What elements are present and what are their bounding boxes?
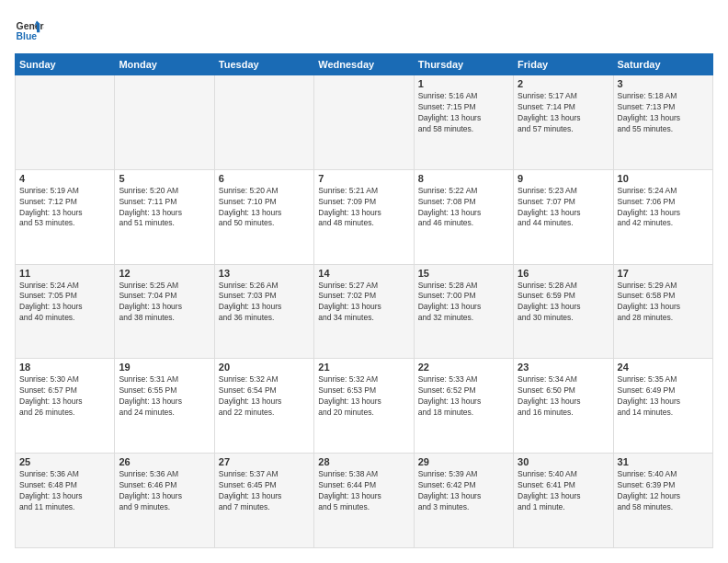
calendar-cell: 30Sunrise: 5:40 AM Sunset: 6:41 PM Dayli… [514, 454, 613, 548]
day-info: Sunrise: 5:16 AM Sunset: 7:15 PM Dayligh… [418, 91, 509, 135]
day-number: 9 [518, 173, 609, 184]
day-info: Sunrise: 5:40 AM Sunset: 6:39 PM Dayligh… [618, 469, 709, 513]
day-number: 19 [119, 362, 210, 373]
day-info: Sunrise: 5:20 AM Sunset: 7:10 PM Dayligh… [219, 186, 310, 230]
day-info: Sunrise: 5:29 AM Sunset: 6:58 PM Dayligh… [618, 281, 709, 325]
day-info: Sunrise: 5:36 AM Sunset: 6:48 PM Dayligh… [19, 469, 110, 513]
calendar-cell: 2Sunrise: 5:17 AM Sunset: 7:14 PM Daylig… [514, 75, 613, 170]
calendar-cell: 20Sunrise: 5:32 AM Sunset: 6:54 PM Dayli… [214, 359, 313, 454]
day-number: 17 [618, 268, 709, 279]
day-info: Sunrise: 5:21 AM Sunset: 7:09 PM Dayligh… [318, 186, 409, 230]
calendar-cell: 3Sunrise: 5:18 AM Sunset: 7:13 PM Daylig… [613, 75, 712, 170]
day-info: Sunrise: 5:28 AM Sunset: 7:00 PM Dayligh… [418, 281, 509, 325]
day-info: Sunrise: 5:17 AM Sunset: 7:14 PM Dayligh… [518, 91, 609, 135]
day-number: 20 [219, 362, 310, 373]
calendar-cell: 31Sunrise: 5:40 AM Sunset: 6:39 PM Dayli… [613, 454, 712, 548]
logo: General Blue [15, 15, 44, 44]
day-info: Sunrise: 5:35 AM Sunset: 6:49 PM Dayligh… [618, 374, 709, 419]
calendar-week-row: 11Sunrise: 5:24 AM Sunset: 7:05 PM Dayli… [16, 264, 713, 359]
calendar-cell: 5Sunrise: 5:20 AM Sunset: 7:11 PM Daylig… [115, 169, 214, 264]
day-info: Sunrise: 5:37 AM Sunset: 6:45 PM Dayligh… [219, 469, 310, 513]
calendar-cell: 27Sunrise: 5:37 AM Sunset: 6:45 PM Dayli… [214, 454, 313, 548]
calendar-body: 1Sunrise: 5:16 AM Sunset: 7:15 PM Daylig… [16, 75, 713, 548]
day-number: 22 [418, 362, 509, 373]
day-number: 25 [19, 456, 110, 467]
day-number: 14 [318, 268, 409, 279]
calendar-cell: 8Sunrise: 5:22 AM Sunset: 7:08 PM Daylig… [414, 169, 513, 264]
calendar-cell: 25Sunrise: 5:36 AM Sunset: 6:48 PM Dayli… [16, 454, 115, 548]
day-info: Sunrise: 5:32 AM Sunset: 6:53 PM Dayligh… [318, 374, 409, 419]
day-info: Sunrise: 5:31 AM Sunset: 6:55 PM Dayligh… [119, 374, 210, 419]
calendar-cell: 17Sunrise: 5:29 AM Sunset: 6:58 PM Dayli… [613, 264, 712, 359]
day-info: Sunrise: 5:24 AM Sunset: 7:05 PM Dayligh… [19, 281, 110, 325]
day-info: Sunrise: 5:23 AM Sunset: 7:07 PM Dayligh… [518, 186, 609, 230]
calendar-cell [115, 75, 214, 170]
day-info: Sunrise: 5:38 AM Sunset: 6:44 PM Dayligh… [318, 469, 409, 513]
day-info: Sunrise: 5:30 AM Sunset: 6:57 PM Dayligh… [19, 374, 110, 419]
calendar-cell: 9Sunrise: 5:23 AM Sunset: 7:07 PM Daylig… [514, 169, 613, 264]
day-number: 2 [518, 78, 609, 89]
calendar-week-row: 1Sunrise: 5:16 AM Sunset: 7:15 PM Daylig… [16, 75, 713, 170]
day-number: 26 [119, 456, 210, 467]
day-number: 13 [219, 268, 310, 279]
calendar-cell: 19Sunrise: 5:31 AM Sunset: 6:55 PM Dayli… [115, 359, 214, 454]
calendar-cell: 13Sunrise: 5:26 AM Sunset: 7:03 PM Dayli… [214, 264, 313, 359]
day-number: 11 [19, 268, 110, 279]
day-number: 15 [418, 268, 509, 279]
day-number: 10 [618, 173, 709, 184]
day-number: 5 [119, 173, 210, 184]
day-number: 12 [119, 268, 210, 279]
calendar-cell [214, 75, 313, 170]
day-number: 24 [618, 362, 709, 373]
calendar-cell: 22Sunrise: 5:33 AM Sunset: 6:52 PM Dayli… [414, 359, 513, 454]
day-info: Sunrise: 5:32 AM Sunset: 6:54 PM Dayligh… [219, 374, 310, 419]
day-number: 28 [318, 456, 409, 467]
calendar-cell: 21Sunrise: 5:32 AM Sunset: 6:53 PM Dayli… [314, 359, 414, 454]
logo-icon: General Blue [15, 15, 44, 44]
day-number: 18 [19, 362, 110, 373]
calendar-header-row: SundayMondayTuesdayWednesdayThursdayFrid… [16, 54, 713, 75]
day-info: Sunrise: 5:27 AM Sunset: 7:02 PM Dayligh… [318, 281, 409, 325]
day-number: 1 [418, 78, 509, 89]
day-header-thursday: Thursday [414, 54, 513, 75]
calendar-cell: 7Sunrise: 5:21 AM Sunset: 7:09 PM Daylig… [314, 169, 414, 264]
calendar-cell: 18Sunrise: 5:30 AM Sunset: 6:57 PM Dayli… [16, 359, 115, 454]
svg-text:Blue: Blue [17, 31, 38, 41]
day-header-sunday: Sunday [16, 54, 115, 75]
day-info: Sunrise: 5:40 AM Sunset: 6:41 PM Dayligh… [518, 469, 609, 513]
day-info: Sunrise: 5:18 AM Sunset: 7:13 PM Dayligh… [618, 91, 709, 135]
day-info: Sunrise: 5:39 AM Sunset: 6:42 PM Dayligh… [418, 469, 509, 513]
calendar-cell: 1Sunrise: 5:16 AM Sunset: 7:15 PM Daylig… [414, 75, 513, 170]
day-number: 16 [518, 268, 609, 279]
day-number: 8 [418, 173, 509, 184]
day-number: 31 [618, 456, 709, 467]
calendar-cell: 16Sunrise: 5:28 AM Sunset: 6:59 PM Dayli… [514, 264, 613, 359]
day-number: 21 [318, 362, 409, 373]
day-header-saturday: Saturday [613, 54, 712, 75]
calendar-cell: 26Sunrise: 5:36 AM Sunset: 6:46 PM Dayli… [115, 454, 214, 548]
day-number: 23 [518, 362, 609, 373]
calendar-cell: 29Sunrise: 5:39 AM Sunset: 6:42 PM Dayli… [414, 454, 513, 548]
calendar-cell: 24Sunrise: 5:35 AM Sunset: 6:49 PM Dayli… [613, 359, 712, 454]
calendar-cell: 14Sunrise: 5:27 AM Sunset: 7:02 PM Dayli… [314, 264, 414, 359]
day-number: 3 [618, 78, 709, 89]
calendar-cell: 12Sunrise: 5:25 AM Sunset: 7:04 PM Dayli… [115, 264, 214, 359]
calendar-cell: 15Sunrise: 5:28 AM Sunset: 7:00 PM Dayli… [414, 264, 513, 359]
calendar-cell: 23Sunrise: 5:34 AM Sunset: 6:50 PM Dayli… [514, 359, 613, 454]
day-header-wednesday: Wednesday [314, 54, 414, 75]
calendar-cell: 11Sunrise: 5:24 AM Sunset: 7:05 PM Dayli… [16, 264, 115, 359]
calendar-cell: 28Sunrise: 5:38 AM Sunset: 6:44 PM Dayli… [314, 454, 414, 548]
day-header-friday: Friday [514, 54, 613, 75]
calendar-cell: 6Sunrise: 5:20 AM Sunset: 7:10 PM Daylig… [214, 169, 313, 264]
day-number: 7 [318, 173, 409, 184]
day-number: 29 [418, 456, 509, 467]
day-number: 4 [19, 173, 110, 184]
calendar-table: SundayMondayTuesdayWednesdayThursdayFrid… [15, 53, 713, 548]
page-header: General Blue [15, 15, 713, 44]
day-info: Sunrise: 5:24 AM Sunset: 7:06 PM Dayligh… [618, 186, 709, 230]
calendar-cell: 4Sunrise: 5:19 AM Sunset: 7:12 PM Daylig… [16, 169, 115, 264]
svg-text:General: General [17, 21, 44, 31]
day-info: Sunrise: 5:22 AM Sunset: 7:08 PM Dayligh… [418, 186, 509, 230]
day-info: Sunrise: 5:28 AM Sunset: 6:59 PM Dayligh… [518, 281, 609, 325]
calendar-week-row: 18Sunrise: 5:30 AM Sunset: 6:57 PM Dayli… [16, 359, 713, 454]
